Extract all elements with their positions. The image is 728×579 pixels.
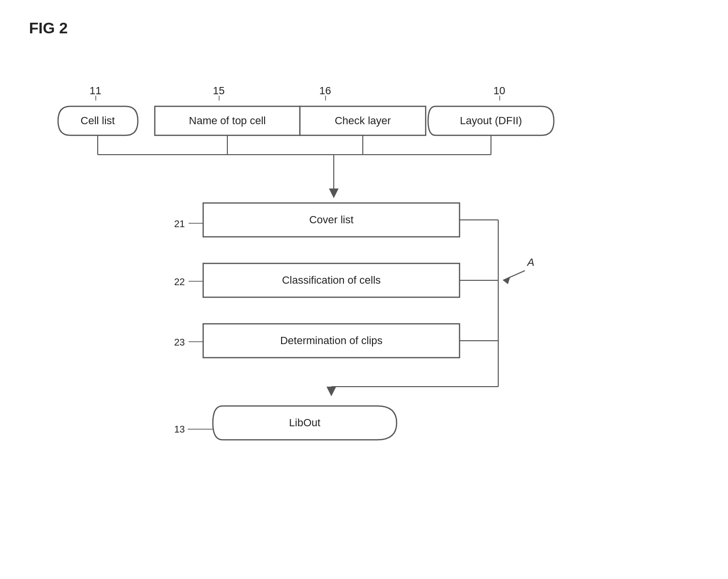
determination-of-clips-label: Determination of clips (280, 334, 383, 347)
ref-23-label: 23 (174, 337, 185, 347)
ref-15: 15 (213, 85, 224, 97)
libout-node: LibOut (213, 406, 397, 440)
determination-of-clips-node: Determination of clips (203, 324, 460, 358)
cell-list-label: Cell list (81, 115, 115, 127)
ref-16: 16 (319, 85, 331, 97)
classification-of-cells-label: Classification of cells (282, 274, 381, 286)
figure-label: FIG 2 (29, 19, 68, 37)
cover-list-label: Cover list (309, 214, 354, 226)
annotation-a-arrow (503, 276, 510, 284)
classification-of-cells-node: Classification of cells (203, 263, 460, 297)
ref-10: 10 (493, 85, 505, 97)
cell-list-node: Cell list (58, 106, 138, 135)
name-of-top-cell-node: Name of top cell (155, 106, 300, 135)
check-layer-label: Check layer (335, 115, 391, 127)
cover-list-node: Cover list (203, 203, 460, 237)
layout-dfii-node: Layout (DFII) (428, 106, 554, 135)
ref-11: 11 (89, 85, 101, 97)
diagram: 11 Cell list 15 Name of top cell 16 Chec… (15, 48, 711, 561)
ref-13-label: 13 (174, 424, 185, 434)
ref-21-label: 21 (174, 218, 185, 229)
layout-dfii-label: Layout (DFII) (460, 115, 522, 127)
name-of-top-cell-label: Name of top cell (189, 115, 266, 127)
annotation-a: A (526, 256, 535, 268)
ref-22-label: 22 (174, 276, 185, 287)
check-layer-node: Check layer (300, 106, 426, 135)
libout-label: LibOut (289, 417, 321, 429)
arrow-to-cover-list (329, 188, 339, 198)
arrow-to-libout (327, 387, 336, 396)
